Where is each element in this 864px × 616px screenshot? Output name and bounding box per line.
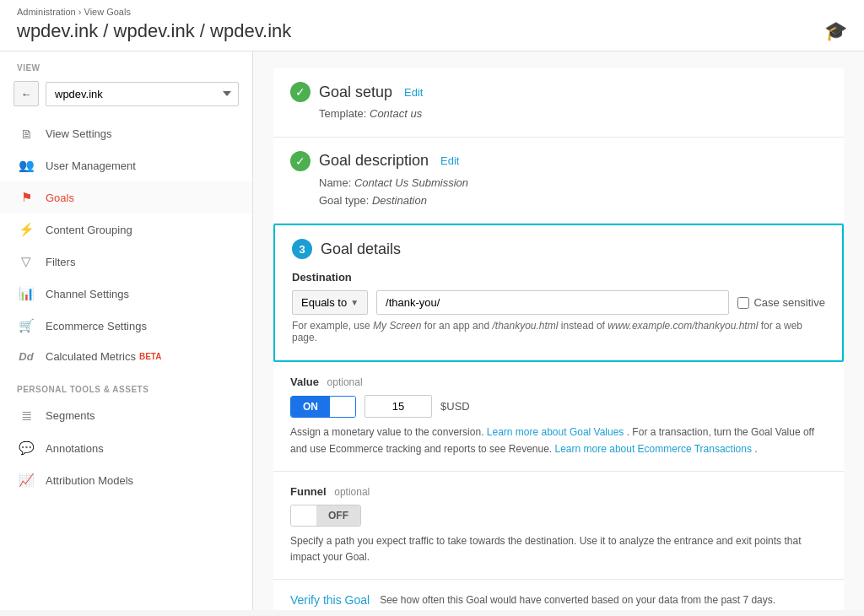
verify-description: See how often this Goal would have conve… bbox=[380, 594, 775, 606]
goal-setup-section: ✓ Goal setup Edit Template: Contact us bbox=[273, 68, 844, 138]
sidebar-item-goals[interactable]: ⚑ Goals bbox=[0, 181, 252, 213]
goal-setup-meta: Template: Contact us bbox=[319, 105, 827, 123]
case-sensitive-checkbox[interactable] bbox=[737, 297, 749, 309]
view-dropdown[interactable]: wpdev.ink bbox=[46, 82, 239, 106]
name-value: Contact Us Submission bbox=[354, 176, 468, 189]
funnel-toggle-left[interactable] bbox=[291, 505, 316, 526]
equals-to-label: Equals to bbox=[301, 296, 347, 309]
ecommerce-settings-icon: 🛒 bbox=[17, 318, 35, 333]
segments-icon: ≣ bbox=[17, 408, 35, 424]
verify-goal-link[interactable]: Verify this Goal bbox=[290, 593, 370, 607]
hat-icon: 🎓 bbox=[824, 20, 847, 42]
value-optional: optional bbox=[327, 376, 363, 388]
goal-details-step: 3 bbox=[292, 239, 312, 259]
breadcrumb-part1: Administration bbox=[17, 7, 76, 17]
ecommerce-transactions-link[interactable]: Learn more about Ecommerce Transactions bbox=[555, 443, 752, 455]
funnel-toggle[interactable]: OFF bbox=[290, 505, 361, 527]
sidebar-item-label: Segments bbox=[46, 409, 95, 422]
view-label: VIEW bbox=[0, 51, 252, 76]
funnel-description: Specify a path you expect traffic to tak… bbox=[290, 533, 827, 565]
destination-row: Equals to ▼ Case sensitive bbox=[292, 290, 825, 315]
funnel-section: Funnel optional OFF Specify a path you e… bbox=[273, 472, 844, 580]
verify-section: Verify this Goal See how often this Goal… bbox=[273, 580, 844, 610]
sidebar-item-label: Channel Settings bbox=[46, 288, 129, 300]
value-description: Assign a monetary value to the conversio… bbox=[290, 424, 827, 457]
sidebar-item-calculated-metrics[interactable]: Dd Calculated Metrics BETA bbox=[0, 342, 252, 371]
sidebar-item-segments[interactable]: ≣ Segments bbox=[0, 399, 252, 432]
annotations-icon: 💬 bbox=[17, 440, 35, 456]
value-label: Value optional bbox=[290, 376, 827, 388]
goal-setup-title: Goal setup bbox=[319, 84, 392, 101]
funnel-label: Funnel optional bbox=[290, 485, 827, 498]
chevron-down-icon: ▼ bbox=[350, 298, 359, 307]
sidebar-item-annotations[interactable]: 💬 Annotations bbox=[0, 432, 252, 464]
beta-badge: BETA bbox=[139, 352, 161, 361]
template-value: Contact us bbox=[370, 107, 422, 120]
calculated-metrics-icon: Dd bbox=[17, 350, 35, 363]
filters-icon: ▽ bbox=[17, 254, 35, 269]
main-layout: VIEW ← wpdev.ink 🗎 View Settings 👥 User … bbox=[0, 51, 864, 610]
view-selector: ← wpdev.ink bbox=[14, 81, 239, 106]
goals-icon: ⚑ bbox=[17, 190, 35, 205]
sidebar-item-attribution-models[interactable]: 📈 Attribution Models bbox=[0, 464, 252, 496]
goal-details-title: Goal details bbox=[321, 240, 401, 258]
goal-setup-check: ✓ bbox=[290, 82, 310, 102]
personal-tools-label: PERSONAL TOOLS & ASSETS bbox=[0, 371, 252, 399]
destination-field: Destination Equals to ▼ Case sensitive F… bbox=[292, 271, 825, 343]
breadcrumb: Administration › View Goals bbox=[17, 7, 847, 17]
back-button[interactable]: ← bbox=[14, 81, 39, 106]
goal-description-title: Goal description bbox=[319, 152, 429, 170]
name-label: Name: bbox=[319, 176, 351, 189]
goal-details-section: 3 Goal details Destination Equals to ▼ C… bbox=[273, 224, 844, 362]
value-amount-input[interactable] bbox=[364, 395, 432, 418]
sidebar-item-label: Filters bbox=[46, 256, 75, 268]
sidebar-item-user-management[interactable]: 👥 User Management bbox=[0, 149, 252, 181]
toggle-off-part[interactable] bbox=[330, 397, 355, 417]
destination-input[interactable] bbox=[376, 290, 729, 315]
goal-description-header: ✓ Goal description Edit bbox=[290, 151, 827, 171]
sidebar-item-label: Content Grouping bbox=[46, 224, 132, 236]
type-label: Goal type: bbox=[319, 194, 369, 207]
sidebar-item-filters[interactable]: ▽ Filters bbox=[0, 246, 252, 278]
top-bar: Administration › View Goals wpdev.ink / … bbox=[0, 0, 864, 51]
breadcrumb-part2: View Goals bbox=[84, 7, 131, 17]
sidebar-item-content-grouping[interactable]: ⚡ Content Grouping bbox=[0, 213, 252, 246]
sidebar-item-ecommerce-settings[interactable]: 🛒 Ecommerce Settings bbox=[0, 310, 252, 342]
page-title: wpdev.ink / wpdev.ink / wpdev.ink bbox=[17, 20, 291, 42]
sidebar-item-label: Ecommerce Settings bbox=[46, 320, 147, 332]
goal-details-header: 3 Goal details bbox=[292, 239, 825, 259]
attribution-models-icon: 📈 bbox=[17, 473, 35, 488]
goal-values-link[interactable]: Learn more about Goal Values bbox=[487, 426, 624, 438]
page-title-row: wpdev.ink / wpdev.ink / wpdev.ink 🎓 bbox=[17, 20, 847, 42]
case-sensitive-text: Case sensitive bbox=[753, 296, 825, 309]
user-management-icon: 👥 bbox=[17, 158, 35, 173]
template-label: Template: bbox=[319, 107, 366, 120]
sidebar-item-label: Annotations bbox=[46, 442, 104, 455]
sidebar-item-view-settings[interactable]: 🗎 View Settings bbox=[0, 118, 252, 149]
funnel-toggle-off[interactable]: OFF bbox=[316, 505, 360, 526]
funnel-optional: optional bbox=[334, 486, 370, 498]
sidebar-item-label: User Management bbox=[46, 159, 136, 172]
destination-label: Destination bbox=[292, 271, 825, 284]
case-sensitive-label[interactable]: Case sensitive bbox=[737, 296, 825, 309]
channel-settings-icon: 📊 bbox=[17, 286, 35, 301]
goal-description-edit[interactable]: Edit bbox=[440, 154, 459, 167]
view-settings-icon: 🗎 bbox=[17, 127, 35, 141]
goal-setup-edit[interactable]: Edit bbox=[404, 86, 423, 99]
content-grouping-icon: ⚡ bbox=[17, 222, 35, 237]
goal-setup-header: ✓ Goal setup Edit bbox=[290, 82, 827, 102]
breadcrumb-separator: › bbox=[78, 7, 82, 17]
goal-description-meta: Name: Contact Us Submission Goal type: D… bbox=[319, 175, 827, 210]
sidebar-item-label: View Settings bbox=[46, 127, 112, 140]
toggle-on-part[interactable]: ON bbox=[291, 397, 330, 417]
value-toggle[interactable]: ON bbox=[290, 396, 356, 418]
main-content: ✓ Goal setup Edit Template: Contact us ✓… bbox=[253, 51, 864, 610]
equals-to-button[interactable]: Equals to ▼ bbox=[292, 290, 368, 315]
sidebar-item-label: Calculated Metrics bbox=[46, 350, 136, 363]
value-toggle-row: ON $USD bbox=[290, 395, 827, 418]
goal-description-section: ✓ Goal description Edit Name: Contact Us… bbox=[273, 138, 844, 224]
sidebar-item-label: Goals bbox=[46, 192, 74, 204]
sidebar-item-label: Attribution Models bbox=[46, 474, 133, 487]
type-value: Destination bbox=[372, 194, 427, 207]
sidebar-item-channel-settings[interactable]: 📊 Channel Settings bbox=[0, 278, 252, 310]
